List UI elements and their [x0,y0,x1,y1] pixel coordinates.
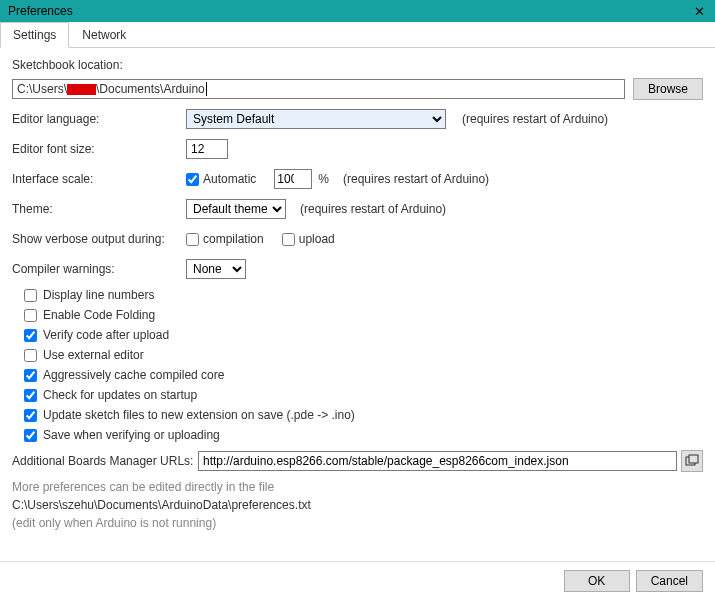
theme-restart-note: (requires restart of Arduino) [300,202,446,216]
pref-check-row: Save when verifying or uploading [12,428,703,442]
interface-scale-label: Interface scale: [12,172,186,186]
scale-automatic-checkbox[interactable] [186,173,199,186]
editor-fontsize-input[interactable] [186,139,228,159]
boards-urls-expand-button[interactable] [681,450,703,472]
prefs-file-path[interactable]: C:\Users\szehu\Documents\ArduinoData\pre… [12,498,703,512]
pref-checkbox-6[interactable] [24,409,37,422]
editor-language-label: Editor language: [12,112,186,126]
window-title: Preferences [8,4,73,18]
pref-check-row: Check for updates on startup [12,388,703,402]
language-restart-note: (requires restart of Arduino) [462,112,608,126]
scale-percent-input[interactable] [274,169,312,189]
pref-checkbox-label: Update sketch files to new extension on … [43,408,355,422]
pref-checkbox-4[interactable] [24,369,37,382]
pref-check-row: Verify code after upload [12,328,703,342]
settings-panel: Sketchbook location: C:\Users\xxxxx\Docu… [0,48,715,540]
scale-automatic-label: Automatic [203,172,256,186]
sketchbook-location-input[interactable] [12,79,625,99]
editor-language-select[interactable]: System Default [186,109,446,129]
verbose-upload-checkbox[interactable] [282,233,295,246]
browse-button[interactable]: Browse [633,78,703,100]
theme-label: Theme: [12,202,186,216]
editor-fontsize-label: Editor font size: [12,142,186,156]
dialog-footer: OK Cancel [0,561,715,600]
pref-checkbox-label: Enable Code Folding [43,308,155,322]
tab-network[interactable]: Network [69,22,139,48]
theme-select[interactable]: Default theme [186,199,286,219]
more-prefs-line1: More preferences can be edited directly … [12,480,703,494]
pref-checkbox-label: Aggressively cache compiled core [43,368,224,382]
cancel-button[interactable]: Cancel [636,570,703,592]
verbose-output-label: Show verbose output during: [12,232,186,246]
verbose-upload-label: upload [299,232,335,246]
scale-restart-note: (requires restart of Arduino) [343,172,489,186]
tab-settings[interactable]: Settings [0,22,69,48]
pref-checkbox-3[interactable] [24,349,37,362]
boards-urls-input[interactable] [198,451,677,471]
boards-urls-label: Additional Boards Manager URLs: [12,454,198,468]
pref-check-row: Display line numbers [12,288,703,302]
window-icon [685,454,699,468]
pref-check-row: Update sketch files to new extension on … [12,408,703,422]
pref-checkbox-0[interactable] [24,289,37,302]
compiler-warnings-select[interactable]: None [186,259,246,279]
pref-checkbox-1[interactable] [24,309,37,322]
pref-checkbox-label: Verify code after upload [43,328,169,342]
pref-check-row: Use external editor [12,348,703,362]
pref-checkbox-5[interactable] [24,389,37,402]
close-icon[interactable]: ✕ [690,4,709,19]
pref-checkbox-label: Check for updates on startup [43,388,197,402]
pref-checkbox-label: Use external editor [43,348,144,362]
ok-button[interactable]: OK [564,570,630,592]
pref-check-row: Enable Code Folding [12,308,703,322]
pref-checkbox-label: Display line numbers [43,288,154,302]
scale-percent-sign: % [318,172,329,186]
pref-check-row: Aggressively cache compiled core [12,368,703,382]
titlebar: Preferences ✕ [0,0,715,22]
svg-rect-1 [689,455,698,463]
sketchbook-location-label: Sketchbook location: [12,58,703,72]
compiler-warnings-label: Compiler warnings: [12,262,186,276]
pref-checkbox-2[interactable] [24,329,37,342]
more-prefs-line2: (edit only when Arduino is not running) [12,516,703,530]
verbose-compilation-label: compilation [203,232,264,246]
pref-checkbox-7[interactable] [24,429,37,442]
verbose-compilation-checkbox[interactable] [186,233,199,246]
pref-checkbox-label: Save when verifying or uploading [43,428,220,442]
tabs: Settings Network [0,22,715,48]
